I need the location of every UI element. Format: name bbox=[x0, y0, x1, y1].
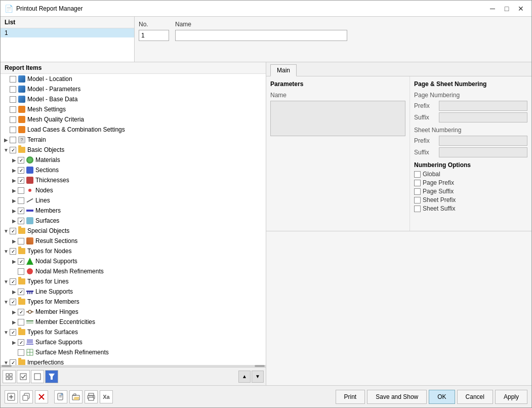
checkbox-types-surfaces[interactable] bbox=[10, 329, 16, 336]
expand-result-sections[interactable]: ▶ bbox=[11, 237, 18, 244]
tree-item-members[interactable]: ▶ Members bbox=[1, 206, 266, 216]
checkbox-model-loc[interactable] bbox=[10, 76, 16, 83]
tree-item-mesh-quality[interactable]: Mesh Quality Criteria bbox=[1, 114, 266, 125]
checkbox-imperfections[interactable] bbox=[10, 359, 16, 365]
tree-item-nodal-mesh-ref[interactable]: Nodal Mesh Refinements bbox=[1, 266, 266, 276]
bottom-icon-4[interactable]: Xa bbox=[100, 390, 113, 403]
check-all-button[interactable] bbox=[17, 370, 30, 383]
expand-types-members[interactable]: ▼ bbox=[3, 298, 10, 305]
tree-item-nodal-supports[interactable]: ▶ Nodal Supports bbox=[1, 256, 266, 266]
expand-surfaces[interactable]: ▶ bbox=[11, 217, 18, 224]
checkbox-types-lines[interactable] bbox=[10, 278, 16, 285]
expand-all-button[interactable] bbox=[3, 370, 16, 383]
checkbox-page-suffix[interactable] bbox=[414, 188, 421, 195]
add-to-list-button[interactable] bbox=[5, 390, 18, 403]
tree-item-sections[interactable]: ▶ Sections bbox=[1, 165, 266, 175]
expand-thicknesses[interactable]: ▶ bbox=[11, 177, 18, 184]
bottom-icon-1[interactable] bbox=[54, 390, 67, 403]
checkbox-load-cases-combo[interactable] bbox=[10, 127, 16, 133]
expand-lines[interactable]: ▶ bbox=[11, 197, 18, 204]
tree-item-model-loc[interactable]: Model - Location bbox=[1, 74, 266, 84]
tab-main[interactable]: Main bbox=[270, 64, 297, 76]
page-prefix-input[interactable] bbox=[439, 101, 527, 111]
tree-item-model-param[interactable]: Model - Parameters bbox=[1, 84, 266, 94]
tree-item-surface-supports[interactable]: ▶ Surface Supports bbox=[1, 337, 266, 347]
tree-item-mesh-settings[interactable]: Mesh Settings bbox=[1, 104, 266, 114]
checkbox-line-supports[interactable] bbox=[18, 289, 24, 295]
expand-members[interactable]: ▶ bbox=[11, 207, 18, 214]
tree-item-types-nodes[interactable]: ▼ Types for Nodes bbox=[1, 246, 266, 256]
tree-item-materials[interactable]: ▶ Materials bbox=[1, 155, 266, 165]
tree-item-basic-objects[interactable]: ▼ Basic Objects bbox=[1, 145, 266, 155]
sheet-prefix-input[interactable] bbox=[439, 136, 527, 146]
tree-item-types-lines[interactable]: ▼ Types for Lines bbox=[1, 276, 266, 287]
checkbox-terrain[interactable] bbox=[10, 137, 16, 143]
sheet-suffix-input[interactable] bbox=[439, 147, 527, 157]
checkbox-types-members[interactable] bbox=[10, 299, 16, 305]
apply-button[interactable]: Apply bbox=[495, 390, 527, 404]
move-down-button[interactable]: ▼ bbox=[252, 371, 264, 383]
copy-list-button[interactable] bbox=[20, 390, 33, 403]
tree-item-lines[interactable]: ▶ Lines bbox=[1, 195, 266, 206]
ok-button[interactable]: OK bbox=[429, 390, 455, 404]
checkbox-nodal-supports[interactable] bbox=[18, 258, 24, 265]
filter-button[interactable] bbox=[45, 370, 58, 383]
tree-item-types-surfaces[interactable]: ▼ Types for Surfaces bbox=[1, 327, 266, 337]
expand-sections[interactable]: ▶ bbox=[11, 167, 18, 174]
expand-special-objects[interactable]: ▼ bbox=[3, 227, 10, 234]
expand-types-nodes[interactable]: ▼ bbox=[3, 248, 10, 255]
checkbox-model-base[interactable] bbox=[10, 96, 16, 103]
tree-item-special-objects[interactable]: ▼ Special Objects bbox=[1, 226, 266, 236]
checkbox-member-ecc[interactable] bbox=[18, 319, 24, 325]
tree-item-thicknesses[interactable]: ▶ Thicknesses bbox=[1, 175, 266, 185]
checkbox-thicknesses[interactable] bbox=[18, 177, 24, 184]
checkbox-mesh-settings[interactable] bbox=[10, 106, 16, 113]
checkbox-surface-mesh-ref[interactable] bbox=[18, 349, 24, 356]
checkbox-member-hinges[interactable] bbox=[18, 309, 24, 315]
checkbox-members[interactable] bbox=[18, 208, 24, 214]
tree-item-imperfections[interactable]: ▼ Imperfections bbox=[1, 357, 266, 365]
uncheck-all-button[interactable] bbox=[31, 370, 44, 383]
bottom-icon-3[interactable] bbox=[85, 390, 98, 403]
tree-item-surfaces[interactable]: ▶ Surfaces bbox=[1, 216, 266, 226]
tree-item-member-hinges[interactable]: ▶ Member Hinges bbox=[1, 307, 266, 317]
tree-item-terrain[interactable]: ▶ ? Terrain bbox=[1, 135, 266, 145]
expand-nodes[interactable]: ▶ bbox=[11, 187, 18, 194]
checkbox-special-objects[interactable] bbox=[10, 228, 16, 234]
move-up-button[interactable]: ▲ bbox=[238, 371, 251, 383]
expand-types-lines[interactable]: ▼ bbox=[3, 278, 10, 285]
checkbox-materials[interactable] bbox=[18, 157, 24, 164]
checkbox-types-nodes[interactable] bbox=[10, 248, 16, 255]
page-suffix-input[interactable] bbox=[439, 112, 527, 123]
tree-item-model-base[interactable]: Model - Base Data bbox=[1, 94, 266, 104]
checkbox-basic-objects[interactable] bbox=[10, 147, 16, 153]
checkbox-nodes[interactable] bbox=[18, 187, 24, 194]
checkbox-result-sections[interactable] bbox=[18, 238, 24, 244]
expand-materials[interactable]: ▶ bbox=[11, 156, 18, 164]
tree-item-member-ecc[interactable]: ▶ Member Eccentricities bbox=[1, 317, 266, 327]
save-show-button[interactable]: Save and Show bbox=[367, 390, 427, 404]
expand-line-supports[interactable]: ▶ bbox=[11, 288, 18, 295]
checkbox-page-prefix[interactable] bbox=[414, 180, 421, 186]
param-name-input[interactable] bbox=[270, 101, 405, 136]
cancel-button[interactable]: Cancel bbox=[457, 390, 493, 404]
checkbox-sections[interactable] bbox=[18, 167, 24, 174]
list-item-1[interactable]: 1 bbox=[1, 28, 134, 37]
tree-item-types-members[interactable]: ▼ Types for Members bbox=[1, 297, 266, 307]
close-button[interactable]: ✕ bbox=[514, 4, 527, 14]
checkbox-mesh-quality[interactable] bbox=[10, 116, 16, 123]
expand-terrain[interactable]: ▶ bbox=[3, 136, 10, 143]
expand-basic-objects[interactable]: ▼ bbox=[3, 146, 10, 153]
no-input[interactable] bbox=[139, 30, 169, 41]
expand-member-hinges[interactable]: ▶ bbox=[11, 308, 18, 315]
checkbox-sheet-suffix[interactable] bbox=[414, 206, 421, 212]
expand-nodal-supports[interactable]: ▶ bbox=[11, 258, 18, 265]
checkbox-nodal-mesh-ref[interactable] bbox=[18, 268, 24, 275]
bottom-icon-2[interactable] bbox=[69, 390, 83, 403]
expand-surface-supports[interactable]: ▶ bbox=[11, 339, 18, 346]
checkbox-surfaces[interactable] bbox=[18, 218, 24, 224]
maximize-button[interactable]: □ bbox=[500, 4, 513, 14]
tree-item-surface-mesh-ref[interactable]: Surface Mesh Refinements bbox=[1, 347, 266, 357]
print-button[interactable]: Print bbox=[336, 390, 365, 404]
tree-item-nodes[interactable]: ▶ Nodes bbox=[1, 185, 266, 195]
